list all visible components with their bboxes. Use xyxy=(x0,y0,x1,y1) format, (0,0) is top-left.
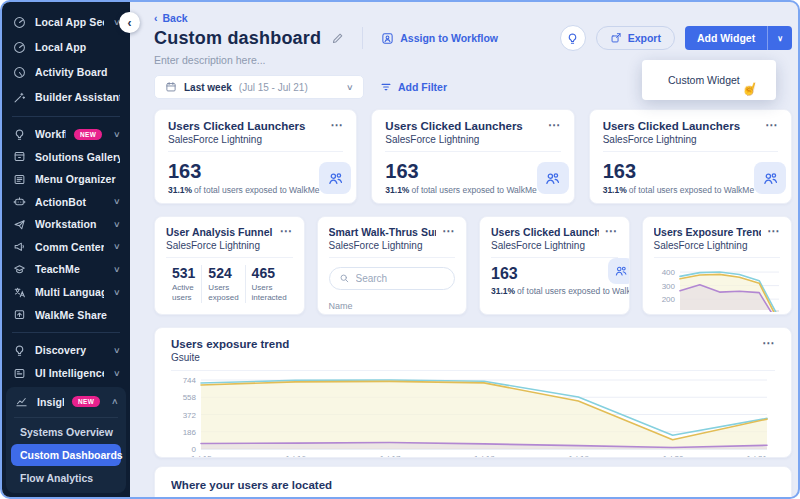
assign-workflow-label: Assign to Workflow xyxy=(400,32,498,44)
chevron-up-icon: ∧ xyxy=(111,397,119,406)
sidebar-item-comm-center[interactable]: Comm Center ∨ xyxy=(2,236,130,259)
export-button[interactable]: Export xyxy=(596,26,675,50)
sidebar-collapse-button[interactable]: ‹ xyxy=(119,12,140,33)
gauge-icon xyxy=(12,41,27,54)
sidebar-item-label: Workflows xyxy=(35,128,66,140)
search-field[interactable] xyxy=(329,267,456,290)
svg-text:300: 300 xyxy=(661,282,675,291)
lightbulb-icon xyxy=(12,128,27,141)
widget-caption: 31.1%of total users exposed to WalkMe xyxy=(168,185,319,195)
new-badge: NEW xyxy=(74,129,102,140)
export-label: Export xyxy=(628,32,661,44)
back-label: Back xyxy=(163,12,188,24)
list-icon xyxy=(12,173,27,186)
sidebar-item-label: Insights xyxy=(37,396,64,408)
stat-label: Active users xyxy=(172,283,195,303)
svg-text:Jul 15: Jul 15 xyxy=(190,454,212,458)
card-menu-button[interactable]: ⋯ xyxy=(759,120,778,130)
back-link[interactable]: ‹ Back xyxy=(154,12,792,24)
sidebar-item-activity-board[interactable]: Activity Board xyxy=(2,60,130,85)
sidebar-item-label: Menu Organizer xyxy=(35,173,120,185)
add-widget-button[interactable]: Add Widget ∨ xyxy=(685,26,792,50)
sidebar-item-workstation[interactable]: Workstation ∨ xyxy=(2,213,130,236)
stat-value: 531 xyxy=(172,265,195,281)
chevron-down-icon: ∨ xyxy=(113,346,121,355)
sidebar-item-walkme-share[interactable]: WalkMe Share xyxy=(2,303,130,326)
widget-title: Users exposure trend xyxy=(171,338,756,350)
card-menu-button[interactable]: ⋯ xyxy=(756,338,775,348)
menu-item-custom-widget[interactable]: Custom Widget ☝ xyxy=(642,66,776,94)
chevron-down-icon: ∨ xyxy=(346,83,354,92)
wand-icon xyxy=(12,91,27,104)
widget-users-clicked-launchers-4: Users Clicked Launchers SalesForce Light… xyxy=(479,216,630,315)
back-chevron-icon: ‹ xyxy=(154,12,158,24)
chevron-down-icon: ∨ xyxy=(113,242,121,251)
sidebar-item-insights[interactable]: Insights NEW ∧ xyxy=(6,390,126,414)
widget-subtitle: SalesForce Lightning xyxy=(603,134,759,145)
widget-caption: 31.1%of total users exposed to WalkMe xyxy=(603,185,754,195)
chevron-down-icon: ∨ xyxy=(113,369,121,378)
sidebar-item-label: Activity Board xyxy=(35,66,120,78)
sidebar-divider xyxy=(12,332,120,333)
exposure-trend-chart: 7445583721860Jul 15Jul 16Jul 17Jul 18Jul… xyxy=(171,375,777,458)
sidebar-item-multi-language[interactable]: Multi Language ∨ xyxy=(2,281,130,304)
edit-title-icon[interactable] xyxy=(331,32,344,45)
widgets-row-1: Users Clicked Launchers SalesForce Light… xyxy=(154,109,792,204)
sidebar-item-teachme[interactable]: TeachMe ∨ xyxy=(2,258,130,281)
svg-text:Jul 17: Jul 17 xyxy=(379,454,401,458)
sidebar-item-local-app-secure[interactable]: Local App Secure ∨ xyxy=(2,10,130,35)
mini-trend-chart: 400300200 xyxy=(654,262,784,312)
card-menu-button[interactable]: ⋯ xyxy=(542,120,561,130)
sidebar-item-menu-organizer[interactable]: Menu Organizer xyxy=(2,168,130,191)
add-filter-label: Add Filter xyxy=(398,81,447,93)
sidebar-item-solutions-gallery[interactable]: Solutions Gallery xyxy=(2,145,130,168)
card-menu-button[interactable]: ⋯ xyxy=(436,226,455,236)
sidebar-item-systems-overview[interactable]: Systems Overview xyxy=(6,421,126,443)
sidebar-item-actionbot[interactable]: ActionBot ∨ xyxy=(2,191,130,214)
sidebar-item-label: Local App xyxy=(35,41,120,53)
widget-users-located: Where your users are located xyxy=(154,466,792,497)
widget-title: Users Clicked Launchers xyxy=(491,226,599,238)
widget-subtitle: SalesForce Lightning xyxy=(385,134,541,145)
sidebar-item-ui-intelligence[interactable]: UI Intelligence ∨ xyxy=(2,362,130,385)
export-icon xyxy=(610,32,622,44)
widgets-row-2: User Analysis Funnel SalesForce Lightnin… xyxy=(154,216,792,315)
sidebar-item-local-app[interactable]: Local App xyxy=(2,35,130,60)
widget-users-clicked-launchers-2: Users Clicked Launchers SalesForce Light… xyxy=(371,109,574,204)
sidebar-item-custom-dashboards[interactable]: Custom Dashboards xyxy=(11,444,121,466)
divider xyxy=(362,27,363,49)
sidebar-item-discovery[interactable]: Discovery ∨ xyxy=(2,339,130,362)
svg-text:744: 744 xyxy=(183,376,197,385)
sidebar-item-label: Builder Assistant xyxy=(35,91,120,103)
widget-title: Where your users are located xyxy=(171,479,775,491)
date-range-dropdown[interactable]: Last week (Jul 15 - Jul 21) ∨ xyxy=(154,75,364,99)
add-filter-button[interactable]: Add Filter xyxy=(380,81,447,93)
calendar-icon xyxy=(165,81,177,93)
svg-text:Jul 21: Jul 21 xyxy=(746,454,768,458)
search-input[interactable] xyxy=(356,273,446,284)
add-widget-label: Add Widget xyxy=(685,26,767,50)
funnel-stat: 465 Users interacted xyxy=(245,265,293,303)
sidebar-item-builder-assistant[interactable]: Builder Assistant xyxy=(2,85,130,110)
card-menu-button[interactable]: ⋯ xyxy=(274,226,293,236)
card-menu-button[interactable]: ⋯ xyxy=(761,226,780,236)
hints-button[interactable] xyxy=(560,25,586,51)
assign-to-workflow-button[interactable]: Assign to Workflow xyxy=(381,32,498,45)
app-window: ‹ Local App Secure ∨ Local App Activity … xyxy=(0,0,800,499)
widget-subtitle: SalesForce Lightning xyxy=(168,134,324,145)
ui-grid-icon xyxy=(12,367,27,380)
svg-text:558: 558 xyxy=(183,393,197,402)
sidebar-item-label: TeachMe xyxy=(35,263,104,275)
svg-text:Jul 16: Jul 16 xyxy=(285,454,307,458)
collapse-chevron-icon: ‹ xyxy=(128,16,132,30)
card-menu-button[interactable]: ⋯ xyxy=(324,120,343,130)
date-range-value: (Jul 15 - Jul 21) xyxy=(239,82,308,93)
sidebar-item-workflows[interactable]: Workflows NEW ∨ xyxy=(2,123,130,146)
sidebar-item-flow-analytics[interactable]: Flow Analytics xyxy=(6,467,126,489)
lightbulb-icon xyxy=(12,344,27,357)
chevron-down-icon: ∨ xyxy=(113,130,121,139)
chevron-down-icon[interactable]: ∨ xyxy=(768,28,792,49)
card-menu-button[interactable]: ⋯ xyxy=(599,226,618,236)
users-icon xyxy=(537,162,569,194)
box-icon xyxy=(12,150,27,163)
